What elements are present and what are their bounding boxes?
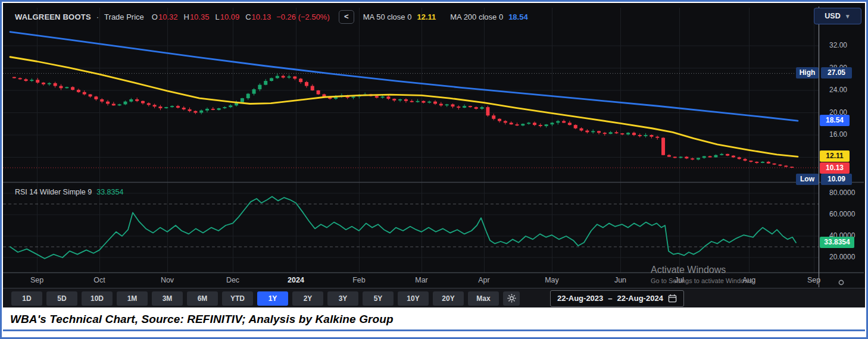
rsi-tick-label: 20.0000 <box>829 253 855 261</box>
chart-legend: WALGREEN BOOTS · Trade Price O10.32H10.3… <box>15 10 528 24</box>
ma50-price-label: 12.11 <box>820 150 850 162</box>
rsi-current-value: 33.8354 <box>96 188 123 196</box>
ma200-legend-value: 18.54 <box>508 12 528 21</box>
time-axis-label: Apr <box>465 276 503 284</box>
time-axis-label: Nov <box>148 276 186 284</box>
ma50-legend-value: 12.11 <box>417 12 436 21</box>
rsi-tick-label: 80.0000 <box>829 189 855 197</box>
time-axis-label: Sep <box>18 276 56 284</box>
currency-dropdown[interactable]: USD ▼ <box>814 8 861 24</box>
chart-canvas[interactable] <box>3 3 864 288</box>
time-axis-label: Feb <box>340 276 378 284</box>
range-button-20y[interactable]: 20Y <box>433 291 464 306</box>
trading-chart-app: WALGREEN BOOTS · Trade Price O10.32H10.3… <box>3 3 865 307</box>
ohlc-values: O10.32H10.35L10.09C10.13 <box>152 12 271 21</box>
date-range-dash: – <box>608 294 612 303</box>
chevron-down-icon: ▼ <box>845 13 851 20</box>
time-axis-label: Sep <box>795 276 833 284</box>
calendar-icon <box>668 294 677 303</box>
low-tag-label: Low <box>796 174 819 185</box>
date-from: 22-Aug-2023 <box>557 294 603 303</box>
figure-caption: WBA's Technical Chart, Source: REFINITIV… <box>3 309 865 331</box>
change-value: −0.26 (−2.50%) <box>276 12 330 21</box>
ma200-legend-label[interactable]: MA 200 close 0 <box>450 12 503 21</box>
currency-value: USD <box>825 12 840 20</box>
range-button-6m[interactable]: 6M <box>187 291 218 306</box>
caption-text: WBA's Technical Chart, Source: REFINITIV… <box>3 313 394 326</box>
price-tick-label: 16.00 <box>829 130 847 139</box>
range-button-2y[interactable]: 2Y <box>292 291 323 306</box>
range-buttons: 1D5D10D1M3M6MYTD1Y2Y3Y5Y10Y20YMax <box>11 291 499 306</box>
price-tick-label: 24.00 <box>829 86 847 94</box>
legend-separator: · <box>96 12 99 21</box>
range-button-3m[interactable]: 3M <box>152 291 183 306</box>
time-axis-label: May <box>533 276 571 284</box>
range-button-3y[interactable]: 3Y <box>327 291 358 306</box>
range-button-10y[interactable]: 10Y <box>398 291 429 306</box>
high-tag-label: High <box>796 67 819 79</box>
ma50-legend-label[interactable]: MA 50 close 0 <box>363 12 412 21</box>
rsi-title: RSI 14 Wilder Simple 9 <box>15 188 92 196</box>
time-axis-label: Oct <box>80 276 118 284</box>
range-button-5y[interactable]: 5Y <box>363 291 394 306</box>
date-to: 22-Aug-2024 <box>617 294 663 303</box>
time-axis-label: Mar <box>402 276 441 284</box>
range-button-max[interactable]: Max <box>468 291 499 306</box>
range-button-1d[interactable]: 1D <box>11 291 42 306</box>
time-axis-label: Jul <box>660 276 698 284</box>
chart-settings-gear-button[interactable] <box>503 291 520 306</box>
low-price-label: 10.09 <box>821 174 852 185</box>
figure-frame: WALGREEN BOOTS · Trade Price O10.32H10.3… <box>0 0 868 339</box>
range-button-ytd[interactable]: YTD <box>222 291 253 306</box>
symbol-title[interactable]: WALGREEN BOOTS <box>15 12 91 21</box>
range-button-10d[interactable]: 10D <box>82 291 113 306</box>
ohlc-c: C10.13 <box>245 12 271 21</box>
range-button-1m[interactable]: 1M <box>117 291 148 306</box>
rsi-legend[interactable]: RSI 14 Wilder Simple 933.8354 <box>15 188 123 196</box>
time-axis-label: Aug <box>730 276 768 284</box>
price-tick-label: 32.00 <box>829 41 847 49</box>
rsi-value-label: 33.8354 <box>820 237 854 248</box>
time-axis-label: 2024 <box>277 276 315 284</box>
series-title[interactable]: Trade Price <box>104 12 144 21</box>
ohlc-o: O10.32 <box>152 12 178 21</box>
ohlc-l: L10.09 <box>215 12 239 21</box>
range-toolbar: 1D5D10D1M3M6MYTD1Y2Y3Y5Y10Y20YMax 22-Aug… <box>3 288 865 307</box>
range-button-1y[interactable]: 1Y <box>257 291 288 306</box>
time-axis-label: Dec <box>214 276 252 284</box>
high-price-label: 27.05 <box>821 67 852 79</box>
range-button-5d[interactable]: 5D <box>46 291 77 306</box>
close-price-label: 10.13 <box>820 162 850 174</box>
ohlc-h: H10.35 <box>183 12 209 21</box>
time-axis-label: Jun <box>601 276 639 284</box>
collapse-legend-button[interactable]: < <box>339 10 354 24</box>
date-range-picker[interactable]: 22-Aug-2023 – 22-Aug-2024 <box>550 290 684 307</box>
rsi-tick-label: 60.0000 <box>829 210 855 218</box>
ma200-price-label: 18.54 <box>820 115 850 126</box>
